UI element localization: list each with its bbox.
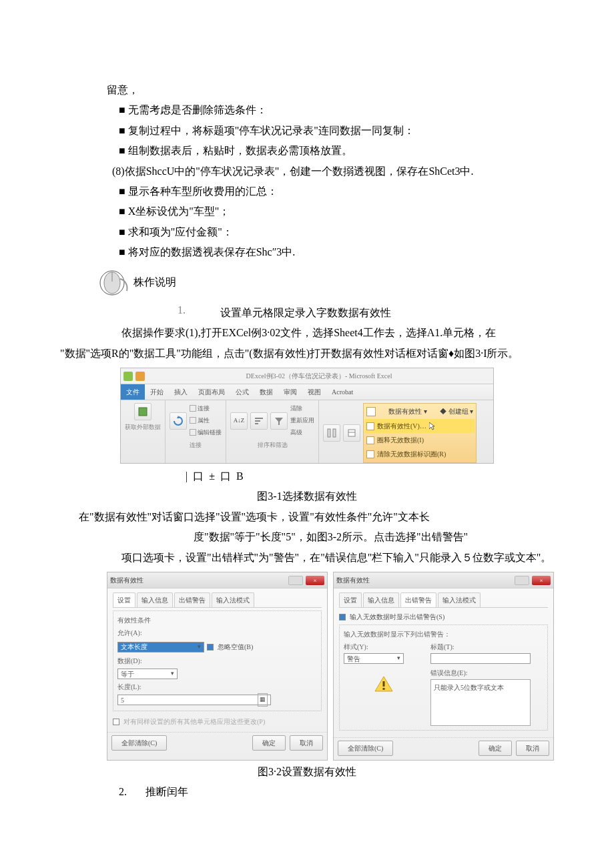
show-error-label: 输入无效数据时显示出错警告(S) [350, 610, 444, 623]
para-1a: 依据操作要求(1),打开EXCel例3·02文件，选择Sheet4工作去，选择A… [100, 323, 554, 343]
dlg1-clear-all-button[interactable]: 全部清除(C) [111, 735, 167, 751]
sort-button[interactable] [250, 412, 268, 430]
dlg1-close-button[interactable]: × [306, 576, 324, 585]
operation-heading: 株作说明 [97, 268, 554, 298]
dlg2-ok-button[interactable]: 确定 [479, 741, 512, 756]
dlg1-tab-ime[interactable]: 输入法模式 [212, 592, 254, 607]
tab-acrobat[interactable]: Acrobat [326, 384, 358, 400]
conn-item-1[interactable]: 连接 [190, 403, 222, 414]
tab-view[interactable]: 视图 [302, 384, 326, 400]
list-num-2: 2. 推断闰年 [119, 782, 554, 802]
group-label-1: 获取外部数据 [125, 422, 161, 433]
data-combo[interactable]: 等于▾ [117, 669, 178, 679]
dlg1-tab-input-msg[interactable]: 输入信息 [137, 592, 173, 607]
group-data-tools: 数据有效性 ▾ ◆ 创建组 ▾ 数据有效性(V)… 圈释无 [319, 400, 481, 463]
create-group-btn[interactable]: ◆ 创建组 ▾ [440, 405, 473, 418]
svg-rect-11 [383, 688, 385, 690]
dlg2-tab-settings[interactable]: 设置 [339, 592, 362, 607]
bullet-2: 复制过程中，将标题项"停车状况记录表"连同数据一同复制： [119, 121, 554, 141]
filter-item-1[interactable]: 清除 [290, 403, 314, 414]
external-data-button[interactable] [134, 403, 151, 420]
show-error-checkbox[interactable] [339, 614, 346, 620]
dlg1-tab-settings[interactable]: 设置 [113, 592, 135, 607]
svg-rect-3 [255, 418, 263, 419]
data-validation-title[interactable]: 数据有效性 ▾ [378, 405, 437, 418]
dv-menu-item-1[interactable]: 数据有效性(V)… [365, 419, 475, 433]
bullet-7: 将对应的数据透视表保存在Shc″3中. [119, 242, 554, 262]
refresh-all-button[interactable] [170, 412, 187, 430]
dv-menu-item-3[interactable]: 清除无效数据标识圈(R) [365, 447, 475, 461]
excel-ribbon-figure: DExcel例3-02（停车信况记录表）- Microsoft Excel 文件… [120, 368, 494, 464]
filter-item-2[interactable]: 重新应用 [290, 415, 314, 426]
para-2c: 项口选项卡，设置"出错样式"为"警告"，在"错误信息"栏下输入"只能录入５位数字… [100, 548, 554, 568]
length-label: 长度(L): [117, 681, 317, 693]
dlg2-close-button[interactable]: × [532, 576, 551, 585]
svg-rect-8 [348, 430, 355, 436]
allow-combo[interactable]: 文本长度▾ [117, 642, 204, 653]
group-label-2: 连接 [190, 440, 202, 451]
mouse-icon [97, 268, 133, 298]
dlg2-cancel-button[interactable]: 取消 [516, 741, 549, 756]
ignore-blank-label: 忽略空值(B) [218, 640, 253, 653]
figure-3-2-dialogs: 数据有效性 × 设置 输入信息 出错警告 输入法模式 有效性条件 允许(A): … [107, 572, 554, 761]
conn-item-2[interactable]: 属性 [190, 415, 222, 426]
remove-duplicates-button[interactable] [343, 424, 360, 442]
excel-logo-icon [123, 372, 133, 381]
length-input[interactable]: 5 ▦ [117, 695, 271, 705]
svg-rect-5 [255, 423, 258, 424]
bullet-3: 组制数据表后，粘贴时，数据表必需顶格放置。 [119, 141, 554, 161]
range-picker-icon[interactable]: ▦ [258, 693, 268, 706]
sort-az-button[interactable]: A↓Z [230, 412, 248, 430]
ignore-blank-checkbox[interactable] [207, 644, 214, 650]
dlg2-tab-ime[interactable]: 输入法模式 [438, 592, 481, 607]
data-validation-icon [366, 407, 376, 416]
dlg1-tab-error-alert[interactable]: 出错警告 [174, 592, 210, 607]
tab-home[interactable]: 开始 [145, 384, 169, 400]
bullet-6: 求和项为"应付金额"： [119, 222, 554, 242]
apply-others-label: 对有同样设置的所有其他单元格应用这些更改(P) [123, 715, 265, 728]
tab-file[interactable]: 文件 [121, 384, 145, 400]
data-validation-dialog-settings: 数据有效性 × 设置 输入信息 出错警告 输入法模式 有效性条件 允许(A): … [107, 572, 328, 761]
dlg2-tab-error-alert[interactable]: 出错警告 [400, 592, 436, 607]
dv-icon-2 [366, 436, 374, 444]
dlg2-title: 数据有效性 [336, 574, 515, 586]
dlg2-clear-all-button[interactable]: 全部清除(C) [338, 741, 393, 756]
tab-review[interactable]: 审阅 [278, 384, 302, 400]
tab-insert[interactable]: 插入 [169, 384, 193, 400]
dlg1-help-button[interactable] [288, 576, 303, 585]
dlg1-cancel-button[interactable]: 取消 [290, 735, 323, 751]
window-title: DExcel例3-02（停车信况记录表）- Microsoft Excel [147, 370, 491, 382]
filter-item-3[interactable]: 高级 [290, 427, 314, 438]
step-8: (8)依据ShccU中的"停车状况记录表"，创建一个数搦透视图，保存在ShCet… [112, 161, 554, 181]
dv-menu-item-2[interactable]: 圈释无效数据(I) [365, 433, 475, 447]
group-get-external-data: 获取外部数据 [121, 400, 166, 463]
dlg2-tab-input-msg[interactable]: 输入信息 [363, 592, 399, 607]
data-label: 数据(D): [117, 655, 317, 667]
section-1-title: 设置单元格限定录入字数数据有效性 [220, 303, 554, 323]
ribbon-title-bar: DExcel例3-02（停车信况记录表）- Microsoft Excel [121, 368, 493, 384]
para-2a: 在"数据有效性"对话窗口选择"设置"选项卡，设置"有效性条件"允许"文本长 [79, 507, 554, 527]
err-msg-label: 错误信息(E): [430, 667, 543, 679]
group-label-3: 排序和筛选 [258, 440, 288, 451]
dlg1-ok-button[interactable]: 确定 [252, 735, 286, 751]
cursor-icon [429, 422, 434, 430]
err-title-input[interactable] [430, 653, 531, 664]
group-connections: 连接 属性 编辑链接 连接 [166, 400, 226, 463]
style-label: 样式(Y): [344, 640, 424, 653]
dv-icon-3 [366, 450, 374, 458]
tab-data[interactable]: 数据 [254, 384, 278, 400]
section-2-title: 推断闰年 [145, 786, 188, 797]
group-sort-filter: A↓Z 清除 重新应用 高级 排序和筛选 [226, 400, 319, 463]
dlg2-help-button[interactable] [515, 576, 529, 585]
tab-formulas[interactable]: 公式 [230, 384, 254, 400]
filter-button[interactable] [270, 412, 288, 430]
text-to-columns-button[interactable] [323, 424, 340, 442]
conn-item-3[interactable]: 编辑链接 [190, 427, 222, 438]
style-combo[interactable]: 警告▾ [344, 653, 404, 664]
err-msg-textarea[interactable]: 只能录入5位数字或文本 [430, 679, 531, 726]
para-2b: 度"数据"等于"长度"5"，如图3-2所示。点击选择"出错警告" [194, 527, 554, 547]
code-symbols: | 口 ± 口 B [186, 466, 554, 486]
apply-others-checkbox[interactable] [113, 719, 119, 725]
tab-page-layout[interactable]: 页面布局 [193, 384, 230, 400]
svg-rect-10 [383, 681, 385, 687]
